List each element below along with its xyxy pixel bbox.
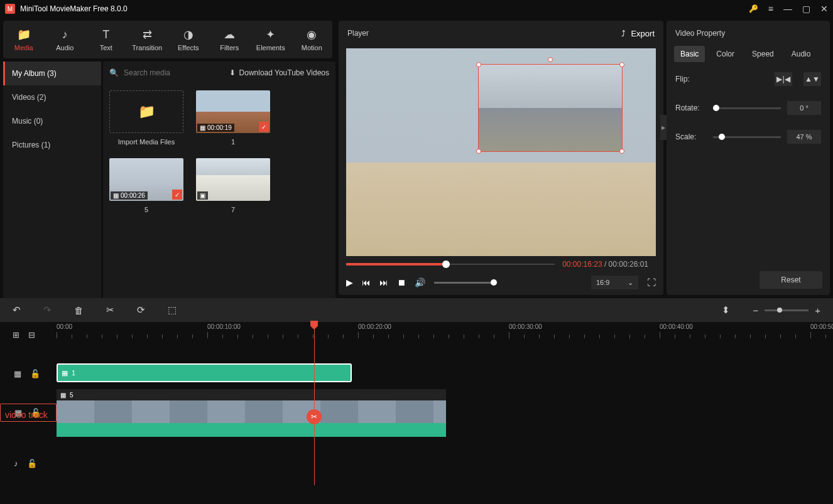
scale-value[interactable]: 47 % (787, 130, 821, 144)
lock-icon[interactable]: 🔓 (27, 459, 37, 468)
prop-tab-speed[interactable]: Speed (746, 46, 780, 62)
fullscreen-button[interactable]: ⛶ (647, 277, 656, 287)
flip-vertical-button[interactable]: ▲▼ (803, 72, 821, 86)
check-icon: ✓ (172, 190, 182, 200)
rotate-label: Rotate: (675, 104, 713, 112)
volume-slider[interactable] (434, 282, 497, 284)
aspect-ratio-select[interactable]: 16:9⌄ (591, 276, 638, 289)
cut-marker[interactable]: ✂ (307, 409, 322, 424)
export-button[interactable]: ⤴Export (621, 29, 655, 38)
prev-frame-button[interactable]: ⏮ (362, 277, 371, 287)
sidebar-item-music[interactable]: Music (0) (3, 109, 101, 133)
timeline: ↶ ↷ 🗑 ✂ ⟳ ⬚ ⬍ − + ⊞ ⊟ 00:0000:00:10:0000… (0, 298, 833, 504)
import-media-button[interactable]: 📁 Import Media Files (109, 90, 183, 146)
tab-motion[interactable]: ◉Motion (291, 21, 333, 58)
timeline-clip-1[interactable]: ▦1 (57, 363, 352, 382)
tab-elements[interactable]: ✦Elements (250, 21, 291, 58)
timeline-ruler[interactable]: 00:0000:00:10:0000:00:20:0000:00:30:0000… (57, 322, 833, 347)
lock-icon[interactable]: 🔓 (30, 369, 40, 378)
play-button[interactable]: ▶ (346, 277, 353, 287)
media-thumb-7[interactable]: ▣ 7 (196, 158, 270, 213)
elements-icon: ✦ (266, 28, 275, 41)
chevron-down-icon: ⌄ (628, 279, 633, 287)
motion-icon: ◉ (307, 28, 317, 41)
next-frame-button[interactable]: ⏭ (379, 277, 388, 287)
video-track-icon: ▦ (14, 369, 21, 378)
flip-label: Flip: (675, 75, 713, 83)
app-logo: M (5, 4, 15, 14)
time-total: 00:00:26:01 (609, 260, 648, 269)
timeline-clip-5[interactable]: ▦5 (57, 389, 446, 437)
media-thumb-1[interactable]: ▦00:00:19✓ 1 (196, 90, 270, 146)
menu-icon[interactable]: ≡ (768, 4, 773, 14)
zoom-slider[interactable] (765, 309, 808, 311)
tab-effects[interactable]: ◑Effects (168, 21, 209, 58)
prop-tab-basic[interactable]: Basic (674, 46, 705, 62)
time-current: 00:00:16:23 (562, 260, 602, 269)
text-icon: T (102, 28, 109, 41)
redo-button[interactable]: ↷ (43, 304, 52, 316)
effects-icon: ◑ (183, 28, 193, 41)
tab-media[interactable]: 📁Media (3, 21, 45, 58)
key-icon[interactable]: 🔑 (749, 4, 758, 13)
tab-transition[interactable]: ⇄Transition (127, 21, 168, 58)
tab-filters[interactable]: ☁Filters (209, 21, 251, 58)
download-youtube-link[interactable]: ⬇Download YouTube Videos (229, 68, 329, 77)
search-input[interactable] (124, 68, 224, 77)
maximize-button[interactable]: ▢ (802, 4, 810, 14)
split-button[interactable]: ✂ (106, 304, 114, 316)
crop-button[interactable]: ⬚ (168, 304, 177, 316)
volume-icon[interactable]: 🔊 (415, 277, 425, 287)
close-button[interactable]: ✕ (820, 4, 828, 14)
transition-icon: ⇄ (143, 28, 152, 41)
rotate-slider[interactable] (713, 107, 781, 109)
reset-button[interactable]: Reset (760, 271, 822, 289)
scale-slider[interactable] (713, 136, 781, 138)
delete-button[interactable]: 🗑 (74, 305, 84, 316)
app-title: MiniTool MovieMaker Free 8.0.0 (20, 4, 749, 13)
check-icon: ✓ (259, 122, 269, 132)
music-icon: ♪ (62, 28, 68, 41)
scale-label: Scale: (675, 132, 713, 141)
search-icon: 🔍 (109, 68, 119, 77)
panel-collapse-button[interactable]: ▶ (660, 115, 667, 140)
media-sidebar: My Album (3) Videos (2) Music (0) Pictur… (3, 62, 101, 298)
film-icon: ▦ (60, 392, 66, 399)
tab-text[interactable]: TText (85, 21, 127, 58)
filters-icon: ☁ (224, 28, 235, 41)
film-icon: ▦ (200, 124, 205, 131)
rotate-value[interactable]: 0 ° (787, 101, 821, 115)
audio-track-icon: ♪ (14, 459, 18, 468)
minimize-button[interactable]: — (783, 4, 792, 14)
snap-button[interactable]: ⬍ (722, 304, 730, 316)
folder-icon: 📁 (138, 104, 155, 120)
player-panel: Player ⤴Export 00:00:16:23 / 00:00:26:01… (339, 21, 663, 295)
add-track-button[interactable]: ⊞ (13, 330, 19, 340)
zoom-in-button[interactable]: + (815, 305, 820, 316)
pip-overlay[interactable] (478, 64, 623, 152)
flip-horizontal-button[interactable]: ▶|◀ (775, 72, 792, 86)
download-icon: ⬇ (229, 68, 236, 77)
remove-track-button[interactable]: ⊟ (28, 330, 35, 340)
prop-tab-audio[interactable]: Audio (785, 46, 817, 62)
zoom-out-button[interactable]: − (753, 305, 758, 316)
prop-tab-color[interactable]: Color (710, 46, 741, 62)
speed-button[interactable]: ⟳ (137, 304, 145, 316)
playhead[interactable] (314, 322, 315, 485)
property-title: Video Property (667, 21, 830, 46)
player-controls: ▶ ⏮ ⏭ ⏹ 🔊 16:9⌄ ⛶ (339, 270, 663, 295)
export-icon: ⤴ (621, 29, 626, 38)
property-panel: ▶ Video Property Basic Color Speed Audio… (667, 21, 830, 295)
tab-audio[interactable]: ♪Audio (45, 21, 86, 58)
player-title: Player (347, 29, 621, 38)
sidebar-item-videos[interactable]: Videos (2) (3, 85, 101, 109)
undo-button[interactable]: ↶ (13, 304, 21, 316)
player-viewport[interactable] (346, 48, 656, 256)
image-icon: ▣ (200, 192, 205, 199)
stop-button[interactable]: ⏹ (397, 277, 406, 287)
media-thumb-5[interactable]: ▦00:00:26✓ 5 (109, 158, 183, 213)
sidebar-item-myalbum[interactable]: My Album (3) (3, 62, 101, 85)
film-icon: ▦ (62, 369, 68, 377)
main-toolbar: 📁Media ♪Audio TText ⇄Transition ◑Effects… (3, 21, 332, 58)
sidebar-item-pictures[interactable]: Pictures (1) (3, 133, 101, 157)
